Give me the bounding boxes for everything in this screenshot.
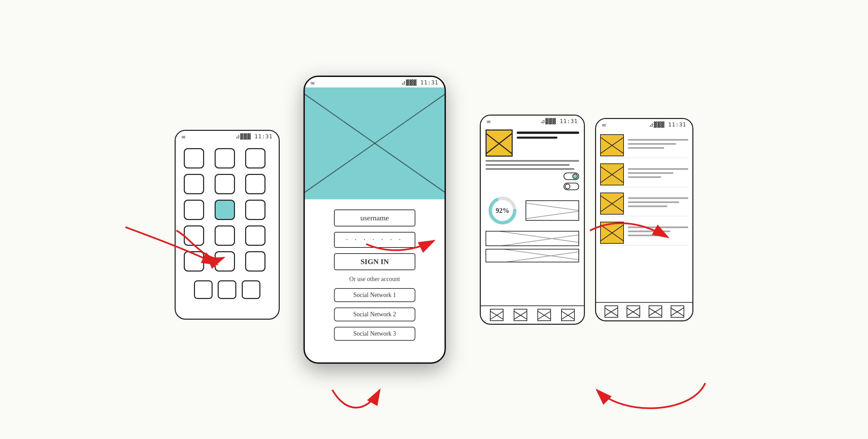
- hero-image-placeholder: [305, 87, 445, 199]
- phone1-time: 11:31: [255, 133, 273, 140]
- phone1-signal: ⊿▓▓▓: [235, 133, 251, 140]
- app-grid: [181, 145, 273, 274]
- app-icon-5[interactable]: [215, 174, 235, 194]
- list-thumb-4: [600, 222, 624, 244]
- dashboard-content: 92%: [481, 126, 584, 305]
- app-icon-highlighted[interactable]: [215, 200, 235, 220]
- list-line-4a: [628, 226, 688, 228]
- phone2-status-icons: ⊿▓▓▓ 11:31: [401, 79, 438, 86]
- phone3-signal: ⊿▓▓▓: [540, 118, 556, 124]
- extra-bars: [486, 231, 579, 262]
- list-line-3c: [628, 205, 667, 207]
- text-line-2: [486, 164, 570, 166]
- dash-header-lines: [517, 129, 579, 141]
- list-item-3[interactable]: [600, 191, 688, 216]
- list-line-3b: [628, 201, 679, 203]
- list-content: [596, 129, 692, 302]
- content-text-lines: [486, 160, 579, 170]
- app-icon-2[interactable]: [215, 148, 235, 168]
- list-thumb-1: [600, 134, 624, 156]
- signin-button[interactable]: SIGN IN: [334, 253, 415, 270]
- social-btn-1[interactable]: Social Network 1: [334, 288, 415, 302]
- phone3-nav-icon-1[interactable]: [490, 309, 504, 321]
- app-icon-7[interactable]: [184, 200, 204, 220]
- list-text-4: [628, 226, 688, 239]
- app-icon-6[interactable]: [245, 174, 265, 194]
- app-icon-10[interactable]: [184, 225, 204, 246]
- dash-header: [486, 129, 579, 157]
- app-icon-4[interactable]: [184, 174, 204, 194]
- phone1-mail-icon: ✉: [182, 133, 185, 140]
- app-icon-13[interactable]: [184, 251, 204, 272]
- list-item-2[interactable]: [600, 162, 688, 187]
- phone2-mail-icon: ✉: [311, 79, 315, 86]
- phone3-status-bar: ✉ ⊿▓▓▓ 11:31: [481, 116, 584, 126]
- phone1-bottom-nav: [181, 277, 273, 302]
- phone2-signal: ⊿▓▓▓: [401, 79, 417, 86]
- or-text: Or use other account: [349, 276, 400, 283]
- dash-title-line: [517, 132, 579, 134]
- toggle-1[interactable]: [564, 173, 579, 180]
- phone3-nav-icon-2[interactable]: [514, 309, 527, 321]
- app-icon-12[interactable]: [245, 225, 265, 246]
- phone4-nav-icon-3[interactable]: [649, 305, 662, 318]
- donut-chart: 92%: [486, 194, 519, 227]
- list-text-1: [628, 139, 688, 151]
- phone3-status-icons: ⊿▓▓▓ 11:31: [540, 118, 578, 124]
- list-line-4c: [628, 235, 658, 236]
- social-btn-3[interactable]: Social Network 3: [334, 327, 415, 341]
- phone1-frame: ✉ ⊿▓▓▓ 11:31: [175, 130, 280, 320]
- app-icon-15[interactable]: [245, 251, 265, 272]
- main-layout: ✉ ⊿▓▓▓ 11:31: [147, 0, 721, 439]
- list-line-1b: [628, 143, 676, 145]
- list-thumb-2: [600, 163, 624, 185]
- phone2-status-bar: ✉ ⊿▓▓▓ 11:31: [305, 77, 445, 87]
- phone2-container: ✉ ⊿▓▓▓ 11:31 username · · · · · · · SIGN…: [303, 76, 446, 364]
- phone1-status-bar: ✉ ⊿▓▓▓ 11:31: [176, 131, 279, 141]
- phone4-bottom-nav: [596, 302, 692, 320]
- username-field[interactable]: username: [334, 209, 415, 226]
- phone4-time: 11:31: [668, 121, 686, 128]
- phone4-nav-icon-2[interactable]: [627, 305, 640, 318]
- phone3-nav-icon-4[interactable]: [561, 309, 575, 321]
- app-icon-3[interactable]: [245, 148, 265, 168]
- phone1-bottom-icon-2[interactable]: [218, 280, 236, 299]
- phone3-nav-icon-3[interactable]: [537, 309, 551, 321]
- app-icon-1[interactable]: [184, 148, 204, 168]
- phone1-bottom-icon-3[interactable]: [242, 280, 260, 299]
- toggle-1-knob: [572, 174, 578, 179]
- phone4-signal: ⊿▓▓▓: [649, 121, 665, 128]
- dash-subtitle-line: [517, 137, 557, 139]
- phone2-time: 11:31: [420, 79, 438, 86]
- phone4-nav-icon-1[interactable]: [605, 305, 618, 318]
- phone4-mail-icon: ✉: [602, 121, 606, 128]
- text-line-3: [486, 168, 574, 170]
- list-text-2: [628, 168, 688, 180]
- list-text-3: [628, 197, 688, 209]
- phone4-nav-icon-4[interactable]: [671, 305, 684, 318]
- list-line-2c: [628, 176, 661, 178]
- list-line-1a: [628, 139, 688, 141]
- dash-thumbnail: [486, 129, 513, 157]
- phone1-bottom-icon-1[interactable]: [194, 280, 213, 299]
- phone4-status-icons: ⊿▓▓▓ 11:31: [649, 121, 686, 128]
- scene: ✉ ⊿▓▓▓ 11:31: [0, 0, 868, 439]
- app-icon-14[interactable]: [215, 251, 235, 272]
- app-icon-11[interactable]: [215, 225, 235, 246]
- phone3-mail-icon: ✉: [487, 118, 491, 125]
- social-btn-2[interactable]: Social Network 2: [334, 307, 415, 321]
- toggle-2[interactable]: [564, 183, 579, 190]
- donut-label: 92%: [496, 206, 509, 214]
- phone2-frame: ✉ ⊿▓▓▓ 11:31 username · · · · · · · SIGN…: [303, 76, 446, 364]
- phone4-frame: ✉ ⊿▓▓▓ 11:31: [595, 118, 693, 321]
- phone1-grid-content: [176, 141, 279, 306]
- list-item-1[interactable]: [600, 133, 688, 158]
- list-line-2a: [628, 168, 688, 170]
- phone3-frame: ✉ ⊿▓▓▓ 11:31: [480, 115, 585, 325]
- password-field[interactable]: · · · · · · ·: [334, 232, 415, 248]
- login-form: username · · · · · · · SIGN IN Or use ot…: [305, 199, 445, 347]
- list-line-4b: [628, 231, 670, 232]
- list-item-4[interactable]: [600, 220, 688, 245]
- phone1-status-icons: ⊿▓▓▓ 11:31: [235, 133, 273, 140]
- app-icon-9[interactable]: [245, 200, 265, 220]
